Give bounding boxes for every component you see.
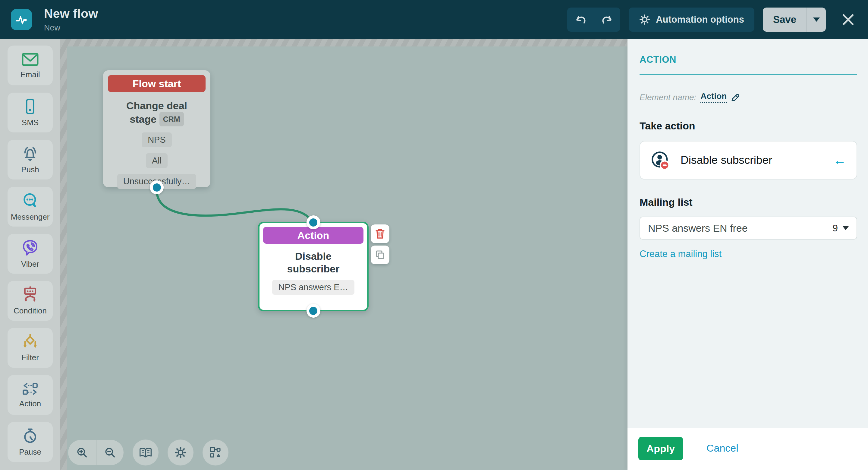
flow-start-tag: NPS <box>142 133 172 147</box>
settings-panel: ACTION Element name: Action Take action <box>627 39 868 470</box>
copy-icon <box>375 250 385 260</box>
sidebar-item-label: SMS <box>22 118 38 127</box>
sidebar-item-label: Viber <box>21 259 39 269</box>
action-input-port[interactable] <box>307 215 320 229</box>
duplicate-node-button[interactable] <box>371 245 390 264</box>
cancel-button[interactable]: Cancel <box>707 442 738 454</box>
port-dot <box>309 307 317 315</box>
save-dropdown-button[interactable] <box>807 7 826 32</box>
automation-options-button[interactable]: Automation options <box>629 7 754 32</box>
close-button[interactable] <box>839 10 857 29</box>
sidebar-item-label: Condition <box>13 306 47 316</box>
mailing-list-heading: Mailing list <box>640 196 857 208</box>
sidebar-item-label: Messenger <box>11 212 50 222</box>
gear-icon <box>174 446 187 459</box>
pulse-icon <box>14 13 28 27</box>
pause-stopwatch-icon <box>22 428 38 444</box>
layout-grid-icon <box>209 446 222 459</box>
crm-badge: CRM <box>159 112 184 126</box>
app-logo <box>11 9 32 30</box>
save-label: Save <box>773 14 796 25</box>
flow-start-tag: All <box>146 153 167 168</box>
mailing-list-select[interactable]: NPS answers EN free 9 <box>640 216 857 239</box>
action-node-header: Action <box>263 227 364 244</box>
push-bell-icon <box>21 145 39 162</box>
condition-icon <box>22 286 39 303</box>
sidebar-item-label: Push <box>21 165 39 174</box>
gear-icon <box>639 14 650 25</box>
element-name-row: Element name: Action <box>640 91 857 103</box>
edit-element-name-button[interactable] <box>731 93 740 102</box>
port-dot <box>309 218 317 227</box>
email-icon <box>21 52 39 67</box>
filter-icon <box>22 334 39 350</box>
action-node[interactable]: Action Disable subscriber NPS answers E… <box>258 222 369 311</box>
redo-icon <box>601 13 614 26</box>
sidebar-item-condition[interactable]: Condition <box>7 281 53 321</box>
save-split-button: Save <box>763 7 826 32</box>
undo-icon <box>574 13 587 26</box>
flow-titles: New flow New <box>44 7 98 33</box>
redo-button[interactable] <box>594 7 620 32</box>
flow-start-node[interactable]: Flow start Change deal stage CRM NPS All… <box>103 70 210 187</box>
zoom-in-button[interactable] <box>68 440 96 465</box>
element-name-value[interactable]: Action <box>701 91 727 103</box>
sidebar-item-email[interactable]: Email <box>7 46 53 85</box>
pencil-icon <box>731 93 740 102</box>
viber-icon <box>22 239 39 257</box>
sidebar-item-pause[interactable]: Pause <box>7 422 53 462</box>
flow-start-output-port[interactable] <box>150 180 164 194</box>
sidebar-item-label: Action <box>19 399 41 408</box>
selected-action-card[interactable]: Disable subscriber ← <box>640 141 857 179</box>
sidebar-item-action[interactable]: Action <box>7 375 53 415</box>
messenger-icon <box>22 192 39 209</box>
element-sidebar: Email SMS Push <box>0 39 60 470</box>
undo-button[interactable] <box>567 7 594 32</box>
close-icon <box>841 13 855 27</box>
panel-heading-rule <box>640 74 857 75</box>
chevron-down-icon <box>843 226 849 230</box>
disable-subscriber-icon <box>650 150 670 170</box>
canvas-toolbar <box>68 440 228 466</box>
panel-footer: Apply Cancel <box>627 428 868 470</box>
undo-redo-group <box>567 7 620 32</box>
action-output-port[interactable] <box>307 304 320 318</box>
take-action-heading: Take action <box>640 120 857 132</box>
sidebar-item-label: Filter <box>22 353 39 362</box>
trash-icon <box>375 229 385 239</box>
sidebar-item-sms[interactable]: SMS <box>7 93 53 133</box>
element-name-label: Element name: <box>640 93 696 102</box>
zoom-out-icon <box>104 446 116 459</box>
delete-node-button[interactable] <box>371 225 390 243</box>
apply-button[interactable]: Apply <box>638 437 683 460</box>
sidebar-item-messenger[interactable]: Messenger <box>7 187 53 227</box>
page-subtitle: New <box>44 23 98 33</box>
zoom-in-icon <box>76 446 88 459</box>
action-node-tag: NPS answers E… <box>272 280 354 295</box>
sidebar-item-filter[interactable]: Filter <box>7 328 53 368</box>
back-arrow-icon[interactable]: ← <box>833 153 846 167</box>
sidebar-item-label: Email <box>20 70 40 79</box>
action-card-title: Disable subscriber <box>681 154 823 167</box>
panel-heading: ACTION <box>640 54 857 65</box>
flow-canvas[interactable]: Flow start Change deal stage CRM NPS All… <box>60 39 627 470</box>
save-button[interactable]: Save <box>763 7 807 32</box>
sidebar-item-label: Pause <box>19 447 41 457</box>
action-node-title: Disable subscriber <box>277 250 350 275</box>
top-bar: New flow New <box>0 0 868 39</box>
zoom-controls <box>68 440 124 465</box>
page-title: New flow <box>44 7 98 21</box>
zoom-out-button[interactable] <box>96 440 124 465</box>
create-mailing-list-link[interactable]: Create a mailing list <box>640 248 721 259</box>
automation-options-label: Automation options <box>656 14 744 25</box>
settings-button[interactable] <box>167 440 193 466</box>
sidebar-item-viber[interactable]: Viber <box>7 234 53 274</box>
mailing-list-count: 9 <box>832 223 838 234</box>
flow-editor-app: New flow New <box>0 0 868 470</box>
sidebar-item-push[interactable]: Push <box>7 140 53 179</box>
guide-button[interactable] <box>133 440 158 466</box>
mailing-list-selected-value: NPS answers EN free <box>648 222 832 234</box>
port-dot <box>153 183 161 192</box>
auto-layout-button[interactable] <box>203 440 228 466</box>
book-icon <box>139 446 152 459</box>
